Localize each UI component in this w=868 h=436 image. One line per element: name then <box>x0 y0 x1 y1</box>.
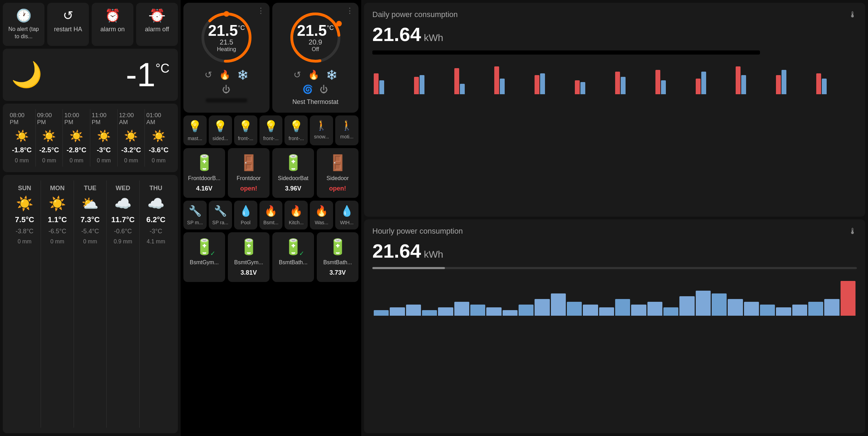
bsmt-gym-bat2-icon: 🔋 <box>239 238 258 256</box>
thermo-2-temp: 21.5 <box>297 23 327 38</box>
bsmt-gym-bat2[interactable]: 🔋 BsmtGym... 3.81V <box>228 232 270 282</box>
day-icon-4: ☁️ <box>147 195 165 212</box>
hour-precip-3: 0 mm <box>97 158 111 164</box>
thermo-2-cool-icon[interactable]: ❄️ <box>326 70 337 80</box>
day-icon-3: ☁️ <box>114 195 132 212</box>
restart-ha-button[interactable]: ↺ restart HA <box>47 3 89 46</box>
sensor-sidedoor-bat[interactable]: 🔋 SidedoorBat 3.96V <box>272 148 314 198</box>
light-master[interactable]: 💡 mast... <box>183 115 207 145</box>
thermostat-1-menu[interactable]: ⋮ <box>257 6 265 15</box>
thermostat-2-menu[interactable]: ⋮ <box>346 6 354 15</box>
sensor-frontdoor[interactable]: 🚪 Frontdoor open! <box>228 148 270 198</box>
thermo-1-blurred-bar <box>206 98 247 103</box>
light-snow-label: snow... <box>314 134 329 139</box>
thermo-2-refresh-icon[interactable]: ↺ <box>294 70 301 80</box>
thermo-1-controls: ↺ 🔥 ❄️ <box>205 70 248 80</box>
light-moti[interactable]: 🚶 moti... <box>335 115 358 145</box>
bsmt-bath-bat1-icon: 🔋✓ <box>284 238 303 256</box>
line-bar <box>599 307 614 316</box>
line-bar <box>696 291 711 316</box>
day-precip-0: 0 mm <box>18 239 32 245</box>
sensor-frontdoor-bat[interactable]: 🔋 FrontdoorB... 4.16V <box>183 148 225 198</box>
bar-group <box>776 70 815 94</box>
alarm-on-button[interactable]: ⏰ alarm on <box>92 3 133 46</box>
bsmt-bath-bat1[interactable]: 🔋✓ BsmtBath... <box>272 232 314 282</box>
svg-point-5 <box>336 21 342 26</box>
bsmt-bath-bat2[interactable]: 🔋 BsmtBath... 3.73V <box>317 232 358 282</box>
light-sided-label: sided... <box>213 136 228 141</box>
water-pool-label: Pool <box>241 220 250 225</box>
light-front3-icon: 💡 <box>289 120 303 133</box>
water-pool[interactable]: 💧 Pool <box>234 201 257 229</box>
line-bar <box>583 305 598 316</box>
day-precip-4: 4.1 mm <box>147 239 165 245</box>
thermo-2-power-icon[interactable]: ⏻ <box>320 84 328 94</box>
line-bar <box>760 305 775 316</box>
thermo-2-heat-icon[interactable]: 🔥 <box>308 70 319 80</box>
thermo-1-heat-icon[interactable]: 🔥 <box>219 70 230 80</box>
water-kitch-label: Kitch... <box>289 220 304 225</box>
light-sided[interactable]: 💡 sided... <box>209 115 232 145</box>
line-bar <box>567 302 582 316</box>
hourly-scroll-track[interactable] <box>372 267 857 269</box>
water-bsmt[interactable]: 🔥 Bsmt... <box>259 201 283 229</box>
thermo-1-power-icon[interactable]: ⏻ <box>222 84 231 94</box>
light-front2-icon: 💡 <box>264 120 278 133</box>
day-high-3: 11.7°C <box>111 215 135 224</box>
no-alert-button[interactable]: 🕐 No alert (tap to dis... <box>3 3 44 46</box>
water-sp-rain-icon: 🔧 <box>214 205 227 217</box>
water-sp-main[interactable]: 🔧 SP m... <box>183 201 207 229</box>
hour-col-4: 12:00 AM ☀️ -3.2°C 0 mm <box>118 109 145 167</box>
light-front3-label: front-... <box>289 136 304 141</box>
water-kitch[interactable]: 🔥 Kitch... <box>284 201 308 229</box>
hour-temp-1: -2.5°C <box>39 146 59 154</box>
light-front2[interactable]: 💡 front-... <box>259 115 283 145</box>
hour-icon-1: ☀️ <box>42 129 56 143</box>
water-wth[interactable]: 💧 WtH... <box>335 201 358 229</box>
line-bar <box>374 310 389 316</box>
thermo-2-set: 20.9 <box>297 38 334 46</box>
day-low-0: -3.8°C <box>16 228 33 235</box>
day-col-0: SUN ☀️ 7.5°C -3.8°C 0 mm <box>8 180 41 428</box>
hourly-power-unit: kWh <box>424 249 443 260</box>
bsmt-gym-bat1-label: BsmtGym... <box>190 259 219 266</box>
day-high-1: 1.1°C <box>48 215 67 224</box>
water-sp-rain[interactable]: 🔧 SP ra... <box>209 201 232 229</box>
frontdoor-bat-icon: 🔋 <box>195 154 214 172</box>
daily-power-value-row: 21.64 kWh <box>372 23 857 46</box>
hourly-power-value-row: 21.64 kWh <box>372 240 857 262</box>
day-high-2: 7.3°C <box>81 215 100 224</box>
light-snow[interactable]: 🚶 snow... <box>310 115 333 145</box>
daily-power-header: Daily power consumption 🌡 <box>372 10 857 19</box>
thermo-2-fan-icon[interactable]: 🌀 <box>303 84 313 94</box>
hour-col-1: 09:00 PM ☀️ -2.5°C 0 mm <box>36 109 63 167</box>
blue-bar <box>661 80 666 94</box>
light-front1[interactable]: 💡 front-... <box>234 115 257 145</box>
blue-bar <box>580 82 585 94</box>
sensor-sidedoor[interactable]: 🚪 Sidedoor open! <box>317 148 358 198</box>
water-sp-main-label: SP m... <box>187 220 203 225</box>
restart-icon: ↺ <box>63 8 73 23</box>
light-master-label: mast... <box>188 136 202 141</box>
daily-power-title: Daily power consumption <box>372 10 458 19</box>
bar-group <box>736 66 775 94</box>
hour-icon-3: ☀️ <box>97 129 111 143</box>
hour-temp-0: -1.8°C <box>12 146 32 154</box>
bsmt-gym-bat1[interactable]: 🔋✓ BsmtGym... <box>183 232 225 282</box>
thermo-1-cool-icon[interactable]: ❄️ <box>237 70 248 80</box>
alarm-off-button[interactable]: ⏰ alarm off <box>136 3 178 46</box>
daily-power-therm-icon: 🌡 <box>849 10 857 19</box>
hour-precip-0: 0 mm <box>15 158 29 164</box>
thermostat-2-card[interactable]: ⋮ 21.5 °C 20.9 Off <box>272 3 358 113</box>
line-bar <box>647 302 662 316</box>
line-bar <box>486 307 501 316</box>
day-precip-2: 0 mm <box>83 239 97 245</box>
water-pool-icon: 💧 <box>239 205 252 217</box>
bsmt-bath-bat1-label: BsmtBath... <box>279 259 308 266</box>
light-front3[interactable]: 💡 front-... <box>284 115 308 145</box>
thermo-1-refresh-icon[interactable]: ↺ <box>205 70 212 80</box>
line-bar <box>728 299 743 316</box>
hour-col-0: 08:00 PM ☀️ -1.8°C 0 mm <box>8 109 36 167</box>
thermostat-1-card[interactable]: ⋮ 21.5 °C 21.5 Heating <box>183 3 270 113</box>
water-was[interactable]: 🔥 Was... <box>310 201 333 229</box>
